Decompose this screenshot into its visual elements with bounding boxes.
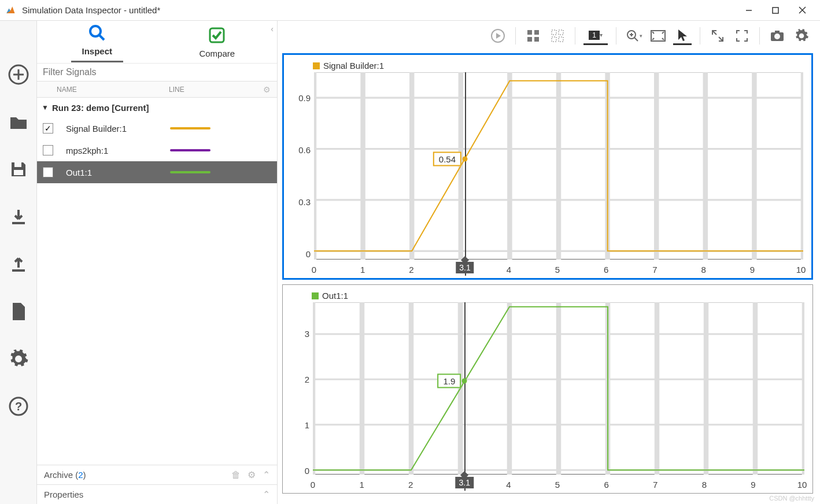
data-cursor[interactable] (464, 302, 466, 491)
minimize-button[interactable] (736, 1, 762, 20)
signal-line-swatch (170, 127, 210, 129)
cursor-value-label: 1.9 (437, 373, 461, 388)
chart-title: Out1:1 (322, 291, 348, 301)
watermark: CSDN @chhttty (769, 495, 814, 502)
expand-icon[interactable] (708, 27, 727, 45)
window-title: Simulation Data Inspector - untitled* (22, 5, 736, 15)
tab-compare-label: Compare (199, 49, 235, 58)
signal-name: mps2kph:1 (66, 146, 170, 155)
add-icon[interactable] (6, 62, 31, 87)
twistie-icon[interactable]: ▼ (42, 103, 49, 112)
signal-panel: ‹ Inspect Compare NAME LINE ⚙ ▼ Run 23: … (37, 21, 278, 504)
svg-rect-21 (552, 30, 556, 35)
chart-title: Signal Builder:1 (323, 61, 384, 71)
settings-icon[interactable] (792, 27, 811, 45)
chart-legend: Signal Builder:1 (313, 61, 384, 71)
svg-rect-7 (14, 162, 21, 167)
check-icon (207, 25, 227, 45)
tab-inspect[interactable]: Inspect (37, 21, 157, 63)
svg-text:?: ? (14, 400, 21, 413)
camera-icon[interactable] (768, 27, 786, 45)
signal-checkbox[interactable] (43, 145, 53, 155)
plot-area[interactable] (313, 302, 804, 475)
svg-line-26 (634, 38, 638, 41)
chart-2[interactable]: Out1:1 0123012345678910 3.1 1.9 (282, 284, 813, 494)
svg-rect-8 (14, 170, 23, 175)
svg-rect-24 (559, 37, 563, 42)
svg-rect-17 (527, 30, 532, 35)
gear-icon[interactable] (6, 347, 31, 371)
signal-line-swatch (170, 149, 210, 151)
filter-input[interactable] (37, 64, 277, 81)
cursor-value-label: 0.54 (433, 152, 461, 166)
properties-section[interactable]: Properties ⌃ (37, 484, 277, 504)
signal-line-swatch (170, 171, 210, 173)
trash-icon[interactable]: 🗑 (231, 470, 241, 480)
svg-point-13 (90, 26, 101, 36)
matlab-logo-icon (5, 5, 16, 16)
collapse-properties-icon[interactable]: ⌃ (263, 489, 270, 500)
cursor-point (463, 157, 468, 162)
cursor-x-label: 3.1 (456, 477, 474, 488)
svg-rect-18 (534, 30, 539, 35)
signal-checkbox[interactable] (43, 167, 53, 177)
svg-rect-20 (534, 37, 539, 42)
col-name[interactable]: NAME (57, 86, 169, 94)
title-bar: Simulation Data Inspector - untitled* (0, 0, 820, 21)
signal-row[interactable]: ✓ Signal Builder:1 (37, 117, 277, 139)
search-icon (87, 23, 107, 43)
tab-inspect-label: Inspect (82, 46, 112, 56)
tab-compare[interactable]: Compare (157, 21, 278, 63)
stream-icon[interactable] (489, 27, 507, 45)
signal-name: Signal Builder:1 (66, 124, 170, 134)
pointer-icon[interactable] (673, 27, 692, 45)
svg-rect-19 (527, 37, 532, 42)
signal-checkbox[interactable]: ✓ (43, 123, 53, 134)
archive-gear-icon[interactable]: ⚙ (248, 469, 256, 480)
archive-section[interactable]: Archive (2) 🗑 ⚙ ⌃ (37, 465, 277, 484)
svg-line-14 (99, 35, 104, 40)
export-icon[interactable] (6, 252, 31, 276)
left-sidebar: ? (0, 21, 37, 504)
cursor-x-label: 3.1 (456, 262, 474, 273)
svg-point-32 (774, 34, 780, 39)
svg-rect-23 (552, 37, 556, 42)
column-header: NAME LINE ⚙ (37, 81, 277, 98)
document-icon[interactable] (6, 299, 31, 324)
chart-legend: Out1:1 (312, 291, 348, 301)
collapse-archive-icon[interactable]: ⌃ (263, 469, 270, 480)
svg-rect-1 (773, 8, 778, 13)
layout-grid-icon[interactable] (524, 27, 542, 45)
run-header[interactable]: ▼ Run 23: demo [Current] (37, 98, 277, 117)
archive-count: 2 (78, 470, 83, 480)
collapse-panel-icon[interactable]: ‹ (271, 24, 274, 34)
zoom-icon[interactable]: ▾ (625, 27, 643, 45)
svg-rect-31 (775, 31, 780, 33)
col-settings-icon[interactable]: ⚙ (263, 85, 277, 94)
fullscreen-icon[interactable] (733, 27, 751, 45)
import-icon[interactable] (6, 205, 31, 229)
help-icon[interactable]: ? (6, 394, 31, 418)
maximize-button[interactable] (762, 1, 789, 20)
chart-1[interactable]: Signal Builder:1 00.30.60.9012345678910 … (282, 53, 813, 280)
folder-icon[interactable] (6, 110, 31, 134)
run-label: Run 23: demo [Current] (52, 103, 149, 113)
clear-layout-icon[interactable] (548, 27, 567, 45)
data-cursor[interactable] (465, 72, 466, 276)
cursor-point (462, 378, 467, 383)
properties-label: Properties (44, 490, 256, 499)
archive-label: Archive (44, 470, 73, 480)
col-line[interactable]: LINE (169, 86, 263, 94)
layout-select-button[interactable]: 1 ▾ (583, 27, 608, 45)
filter-row (37, 64, 277, 81)
signal-name: Out1:1 (66, 168, 170, 177)
close-button[interactable] (789, 1, 815, 20)
fit-icon[interactable] (649, 27, 667, 45)
save-icon[interactable] (6, 157, 31, 181)
plot-region: 1 ▾ ▾ Signal Builder:1 00.30.60.90123456… (278, 21, 820, 504)
plot-area[interactable] (314, 72, 803, 260)
svg-rect-22 (559, 30, 563, 35)
signal-row[interactable]: Out1:1 (37, 161, 277, 183)
signal-row[interactable]: mps2kph:1 (37, 139, 277, 161)
plot-toolbar: 1 ▾ ▾ (278, 21, 820, 51)
